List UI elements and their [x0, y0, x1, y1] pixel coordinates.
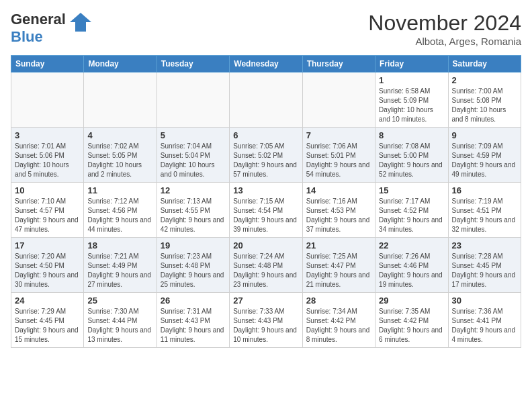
day-header-friday: Friday [375, 56, 448, 73]
day-info: Sunrise: 7:31 AM Sunset: 4:43 PM Dayligh… [161, 307, 226, 345]
day-number: 21 [306, 240, 371, 250]
day-info: Sunrise: 7:10 AM Sunset: 4:57 PM Dayligh… [15, 197, 80, 234]
page-header: General Blue November 2024 Albota, Arges… [11, 11, 521, 47]
calendar-cell: 13Sunrise: 7:15 AM Sunset: 4:54 PM Dayli… [230, 183, 302, 238]
day-info: Sunrise: 7:00 AM Sunset: 5:08 PM Dayligh… [452, 87, 517, 124]
calendar-week-5: 24Sunrise: 7:29 AM Sunset: 4:45 PM Dayli… [11, 293, 521, 348]
day-info: Sunrise: 7:08 AM Sunset: 5:00 PM Dayligh… [379, 142, 444, 179]
logo-general: General [11, 11, 66, 28]
calendar-week-2: 3Sunrise: 7:01 AM Sunset: 5:06 PM Daylig… [11, 128, 521, 183]
calendar-cell: 29Sunrise: 7:35 AM Sunset: 4:42 PM Dayli… [375, 293, 448, 348]
calendar-cell: 22Sunrise: 7:26 AM Sunset: 4:46 PM Dayli… [375, 238, 448, 293]
calendar-cell: 28Sunrise: 7:34 AM Sunset: 4:42 PM Dayli… [302, 293, 375, 348]
calendar-week-1: 1Sunrise: 6:58 AM Sunset: 5:09 PM Daylig… [11, 73, 521, 128]
day-info: Sunrise: 7:01 AM Sunset: 5:06 PM Dayligh… [15, 142, 80, 179]
calendar-cell: 25Sunrise: 7:30 AM Sunset: 4:44 PM Dayli… [84, 293, 157, 348]
day-info: Sunrise: 7:21 AM Sunset: 4:49 PM Dayligh… [87, 252, 152, 289]
day-info: Sunrise: 7:15 AM Sunset: 4:54 PM Dayligh… [233, 197, 298, 234]
calendar-cell: 16Sunrise: 7:19 AM Sunset: 4:51 PM Dayli… [448, 183, 521, 238]
day-info: Sunrise: 7:20 AM Sunset: 4:50 PM Dayligh… [15, 252, 80, 289]
calendar-cell [157, 73, 229, 128]
day-number: 20 [233, 240, 298, 250]
day-info: Sunrise: 7:36 AM Sunset: 4:41 PM Dayligh… [452, 307, 517, 345]
calendar-cell: 6Sunrise: 7:05 AM Sunset: 5:02 PM Daylig… [230, 128, 302, 183]
day-number: 5 [161, 130, 226, 140]
month-title: November 2024 [368, 11, 521, 36]
logo-icon [69, 10, 93, 34]
day-number: 25 [87, 295, 152, 306]
day-info: Sunrise: 7:02 AM Sunset: 5:05 PM Dayligh… [87, 142, 152, 179]
day-number: 14 [306, 185, 371, 195]
title-block: November 2024 Albota, Arges, Romania [368, 11, 521, 47]
calendar-cell: 24Sunrise: 7:29 AM Sunset: 4:45 PM Dayli… [11, 293, 84, 348]
day-info: Sunrise: 7:09 AM Sunset: 4:59 PM Dayligh… [452, 142, 517, 179]
calendar-table: SundayMondayTuesdayWednesdayThursdayFrid… [11, 55, 521, 348]
day-info: Sunrise: 7:26 AM Sunset: 4:46 PM Dayligh… [379, 252, 444, 289]
day-number: 4 [87, 130, 152, 140]
calendar-cell: 17Sunrise: 7:20 AM Sunset: 4:50 PM Dayli… [11, 238, 84, 293]
calendar-cell: 10Sunrise: 7:10 AM Sunset: 4:57 PM Dayli… [11, 183, 84, 238]
calendar-cell: 7Sunrise: 7:06 AM Sunset: 5:01 PM Daylig… [302, 128, 375, 183]
day-number: 23 [452, 240, 517, 250]
day-info: Sunrise: 7:23 AM Sunset: 4:48 PM Dayligh… [161, 252, 226, 289]
day-number: 24 [15, 295, 80, 306]
day-info: Sunrise: 7:35 AM Sunset: 4:42 PM Dayligh… [379, 307, 444, 345]
day-info: Sunrise: 7:25 AM Sunset: 4:47 PM Dayligh… [306, 252, 371, 289]
calendar-cell: 9Sunrise: 7:09 AM Sunset: 4:59 PM Daylig… [448, 128, 521, 183]
day-info: Sunrise: 7:16 AM Sunset: 4:53 PM Dayligh… [306, 197, 371, 234]
calendar-cell [84, 73, 157, 128]
logo-blue: Blue [11, 28, 43, 45]
day-header-thursday: Thursday [302, 56, 375, 73]
day-info: Sunrise: 7:05 AM Sunset: 5:02 PM Dayligh… [233, 142, 298, 179]
location: Albota, Arges, Romania [368, 36, 521, 47]
day-number: 6 [233, 130, 298, 140]
day-number: 28 [306, 295, 371, 306]
calendar-cell: 27Sunrise: 7:33 AM Sunset: 4:43 PM Dayli… [230, 293, 302, 348]
day-number: 8 [379, 130, 444, 140]
day-number: 1 [379, 75, 444, 85]
calendar-cell: 2Sunrise: 7:00 AM Sunset: 5:08 PM Daylig… [448, 73, 521, 128]
day-info: Sunrise: 6:58 AM Sunset: 5:09 PM Dayligh… [379, 87, 444, 124]
day-number: 18 [87, 240, 152, 250]
day-number: 13 [233, 185, 298, 195]
day-number: 3 [15, 130, 80, 140]
day-number: 7 [306, 130, 371, 140]
day-number: 29 [379, 295, 444, 306]
day-info: Sunrise: 7:34 AM Sunset: 4:42 PM Dayligh… [306, 307, 371, 345]
day-number: 16 [452, 185, 517, 195]
day-header-tuesday: Tuesday [157, 56, 229, 73]
day-number: 11 [87, 185, 152, 195]
day-number: 10 [15, 185, 80, 195]
calendar-cell: 19Sunrise: 7:23 AM Sunset: 4:48 PM Dayli… [157, 238, 229, 293]
day-header-monday: Monday [84, 56, 157, 73]
day-header-sunday: Sunday [11, 56, 84, 73]
day-info: Sunrise: 7:12 AM Sunset: 4:56 PM Dayligh… [87, 197, 152, 234]
day-info: Sunrise: 7:17 AM Sunset: 4:52 PM Dayligh… [379, 197, 444, 234]
day-header-saturday: Saturday [448, 56, 521, 73]
calendar-header-row: SundayMondayTuesdayWednesdayThursdayFrid… [11, 56, 521, 73]
calendar-cell [11, 73, 84, 128]
day-header-wednesday: Wednesday [230, 56, 302, 73]
day-info: Sunrise: 7:29 AM Sunset: 4:45 PM Dayligh… [15, 307, 80, 345]
calendar-cell: 15Sunrise: 7:17 AM Sunset: 4:52 PM Dayli… [375, 183, 448, 238]
calendar-cell: 23Sunrise: 7:28 AM Sunset: 4:45 PM Dayli… [448, 238, 521, 293]
calendar-cell: 8Sunrise: 7:08 AM Sunset: 5:00 PM Daylig… [375, 128, 448, 183]
day-number: 19 [161, 240, 226, 250]
day-number: 9 [452, 130, 517, 140]
day-info: Sunrise: 7:13 AM Sunset: 4:55 PM Dayligh… [161, 197, 226, 234]
calendar-cell: 11Sunrise: 7:12 AM Sunset: 4:56 PM Dayli… [84, 183, 157, 238]
day-info: Sunrise: 7:33 AM Sunset: 4:43 PM Dayligh… [233, 307, 298, 345]
calendar-week-4: 17Sunrise: 7:20 AM Sunset: 4:50 PM Dayli… [11, 238, 521, 293]
calendar-cell: 30Sunrise: 7:36 AM Sunset: 4:41 PM Dayli… [448, 293, 521, 348]
day-info: Sunrise: 7:19 AM Sunset: 4:51 PM Dayligh… [452, 197, 517, 234]
calendar-cell: 4Sunrise: 7:02 AM Sunset: 5:05 PM Daylig… [84, 128, 157, 183]
day-number: 2 [452, 75, 517, 85]
day-info: Sunrise: 7:30 AM Sunset: 4:44 PM Dayligh… [87, 307, 152, 345]
day-info: Sunrise: 7:04 AM Sunset: 5:04 PM Dayligh… [161, 142, 226, 179]
logo-text: General Blue [11, 11, 66, 46]
calendar-cell: 20Sunrise: 7:24 AM Sunset: 4:48 PM Dayli… [230, 238, 302, 293]
calendar-cell: 18Sunrise: 7:21 AM Sunset: 4:49 PM Dayli… [84, 238, 157, 293]
logo: General Blue [11, 11, 93, 46]
calendar-week-3: 10Sunrise: 7:10 AM Sunset: 4:57 PM Dayli… [11, 183, 521, 238]
day-number: 26 [161, 295, 226, 306]
